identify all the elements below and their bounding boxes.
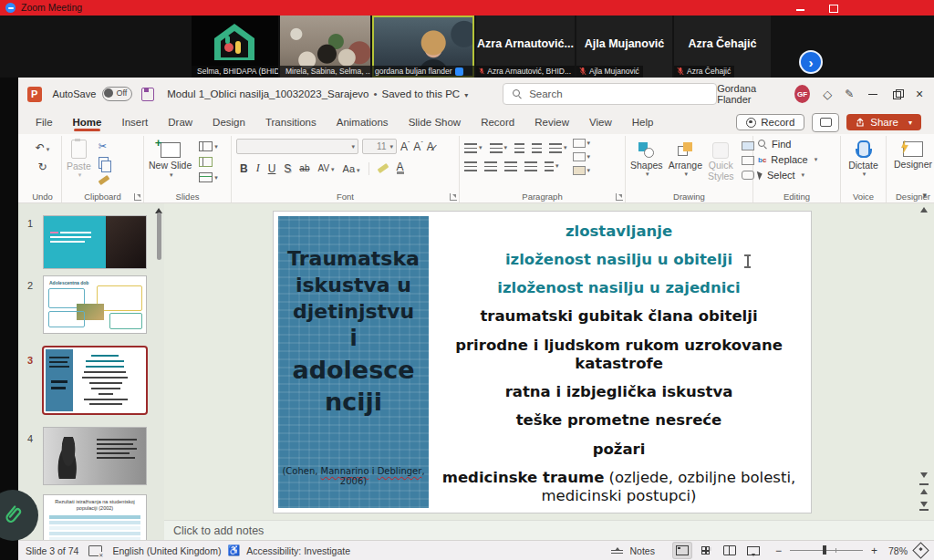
font-name-combo[interactable]: ▾ — [236, 139, 358, 154]
format-painter-icon[interactable] — [99, 175, 110, 185]
section-button[interactable]: ▾ — [199, 172, 218, 182]
align-text-button[interactable]: ▾ — [573, 152, 591, 161]
display-settings-icon[interactable] — [88, 545, 102, 556]
search-input[interactable]: Search — [503, 83, 717, 105]
panel-scrollbar-thumb[interactable] — [157, 213, 161, 260]
font-dialog-launcher[interactable] — [450, 193, 457, 201]
justify-icon[interactable] — [524, 161, 537, 171]
shape-effects-icon[interactable] — [742, 171, 754, 180]
gem-icon[interactable]: ◇ — [823, 88, 832, 101]
slide-title-box[interactable]: Traumatska iskustva u djetinjstvu i adol… — [278, 216, 429, 508]
select-button[interactable]: Select▾ — [758, 170, 835, 181]
tab-view[interactable]: View — [579, 113, 622, 131]
tab-help[interactable]: Help — [622, 113, 664, 131]
tab-review[interactable]: Review — [524, 113, 579, 131]
slide-thumbnail-1[interactable] — [44, 216, 146, 268]
change-case-button[interactable]: Aa▾ — [343, 163, 360, 174]
record-button[interactable]: Record — [736, 114, 804, 130]
participant-tile-mirela-group[interactable]: Mirela, Sabina, Selma, ... — [280, 16, 370, 78]
next-slide-icon[interactable] — [920, 502, 928, 507]
slide-thumbnail-2[interactable]: Adolescentna dob — [44, 276, 146, 333]
comments-button[interactable] — [812, 113, 839, 132]
align-right-icon[interactable] — [504, 161, 517, 171]
highlight-button[interactable] — [377, 163, 389, 173]
zoom-in-button[interactable]: + — [871, 544, 877, 557]
font-color-button[interactable]: A — [397, 162, 404, 175]
underline-button[interactable]: U — [268, 162, 276, 175]
align-center-icon[interactable] — [484, 161, 497, 171]
tab-home[interactable]: Home — [63, 113, 112, 131]
participant-tile-ajla[interactable]: Ajla Mujanović Ajla Mujanović — [576, 16, 672, 78]
numbering-button[interactable]: ▾ — [490, 143, 508, 153]
zoom-slider[interactable] — [790, 550, 863, 551]
accessibility-status[interactable]: Accessibility: Investigate — [246, 545, 350, 556]
slide-indicator[interactable]: Slide 3 of 74 — [26, 545, 78, 556]
columns-button[interactable]: ▾ — [545, 161, 559, 171]
tab-design[interactable]: Design — [202, 113, 255, 131]
participant-tile-selma[interactable]: Selma, BHIDAPA (BHID... — [192, 16, 278, 78]
decrease-indent-icon[interactable] — [514, 143, 524, 153]
collapse-ribbon-button[interactable]: ▾ — [922, 191, 927, 200]
quick-styles-button[interactable]: Quick Styles — [708, 139, 734, 190]
copy-icon[interactable] — [99, 157, 109, 169]
replace-button[interactable]: bcReplace▾ — [758, 154, 835, 165]
increase-indent-icon[interactable] — [532, 143, 542, 153]
dictate-button[interactable]: Dictate ▾ — [846, 139, 881, 178]
align-left-icon[interactable] — [464, 161, 477, 171]
shape-outline-icon[interactable] — [742, 156, 754, 165]
previous-slide-icon[interactable] — [920, 489, 928, 494]
tab-draw[interactable]: Draw — [158, 113, 202, 131]
ppt-restore-button[interactable] — [890, 88, 901, 100]
language-indicator[interactable]: English (United Kingdom) — [112, 545, 221, 556]
current-slide[interactable]: Traumatska iskustva u djetinjstvu i adol… — [274, 212, 811, 513]
zoom-out-button[interactable]: − — [775, 544, 782, 557]
zoom-maximize-button[interactable] — [828, 4, 839, 13]
tab-insert[interactable]: Insert — [111, 113, 158, 131]
character-spacing-button[interactable]: AV▾ — [317, 163, 334, 173]
shape-fill-icon[interactable] — [742, 141, 754, 150]
paragraph-dialog-launcher[interactable] — [616, 193, 623, 201]
zoom-slider-thumb[interactable] — [823, 545, 826, 555]
document-title[interactable]: Modul 1_Oblici nasilja_10032023_Sarajevo… — [167, 88, 468, 99]
tab-slide-show[interactable]: Slide Show — [399, 113, 472, 131]
strikethrough-button[interactable]: ab — [299, 163, 309, 173]
layout-button[interactable]: ▾ — [199, 141, 218, 151]
line-spacing-button[interactable]: ▾ — [549, 143, 567, 153]
tab-record[interactable]: Record — [471, 113, 524, 131]
tab-file[interactable]: File — [26, 113, 63, 131]
vertical-scrollbar[interactable] — [919, 205, 930, 518]
reset-button[interactable] — [199, 157, 213, 167]
shapes-button[interactable]: Shapes ▾ — [630, 139, 663, 190]
clear-formatting-button[interactable]: A̷ — [427, 140, 434, 153]
normal-view-button[interactable] — [673, 543, 691, 558]
shrink-font-button[interactable]: Aˇ — [413, 140, 422, 153]
notes-toggle-button[interactable]: Notes — [630, 545, 655, 556]
pen-icon[interactable]: ✎ — [845, 88, 854, 100]
slide-thumbnail-3[interactable] — [44, 347, 146, 413]
grow-font-button[interactable]: Aˆ — [400, 140, 410, 153]
autosave-toggle[interactable]: Off — [102, 87, 132, 101]
participant-tile-azra-arnautovic[interactable]: Azra Arnautović... Azra Arnautović, BHID… — [476, 16, 575, 78]
tab-transitions[interactable]: Transitions — [255, 113, 327, 131]
scroll-down-icon[interactable] — [920, 472, 928, 478]
cut-icon[interactable]: ✂ — [99, 141, 109, 151]
ppt-close-button[interactable]: × — [914, 88, 925, 100]
paste-button[interactable]: Paste ▾ — [67, 140, 91, 179]
zoom-level[interactable]: 78% — [888, 545, 908, 556]
clipboard-dialog-launcher[interactable] — [134, 193, 141, 201]
redo-button[interactable]: ↻ — [37, 161, 47, 172]
undo-button[interactable]: ↶▾ — [36, 142, 50, 153]
user-name[interactable]: Gordana Flander — [717, 83, 782, 105]
tab-animations[interactable]: Animations — [327, 113, 399, 131]
save-icon[interactable] — [141, 88, 154, 101]
next-participants-button[interactable]: › — [799, 50, 823, 74]
bullets-button[interactable]: ▾ — [464, 143, 483, 153]
fit-slide-to-window-icon[interactable] — [912, 542, 929, 558]
smartart-button[interactable]: ▾ — [573, 166, 591, 175]
share-button[interactable]: Share▾ — [846, 114, 921, 130]
font-size-combo[interactable]: 11▾ — [362, 139, 397, 154]
text-direction-button[interactable]: ▾ — [573, 139, 591, 148]
new-slide-button[interactable]: New Slide ▾ — [149, 142, 192, 178]
participant-tile-azra-cehajic[interactable]: Azra Čehajić Azra Čehajić — [674, 16, 771, 78]
reading-view-button[interactable] — [721, 543, 739, 558]
